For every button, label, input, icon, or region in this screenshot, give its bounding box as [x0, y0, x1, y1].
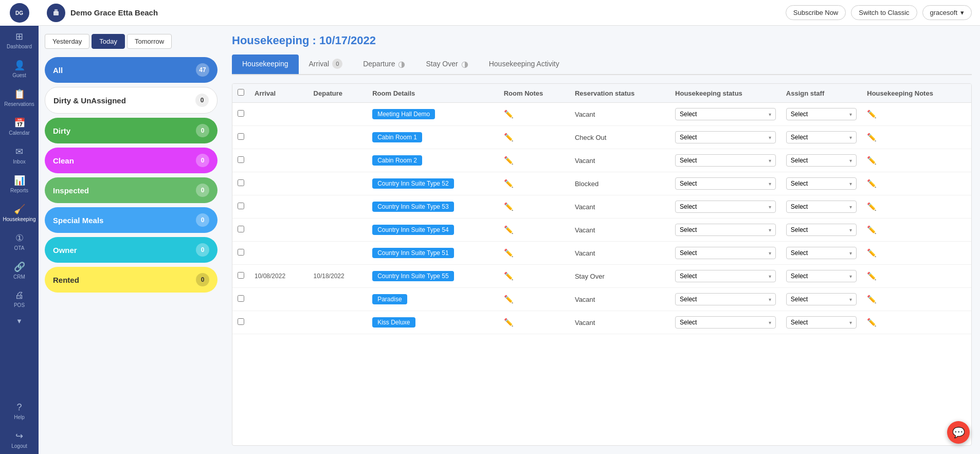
room-notes-edit-icon-2[interactable]: ✏️	[504, 156, 514, 165]
tab-stay-over[interactable]: Stay Over ◑	[415, 54, 478, 75]
tomorrow-button[interactable]: Tomorrow	[127, 34, 172, 49]
room-badge-2[interactable]: Cabin Room 2	[372, 155, 422, 166]
row-checkbox-4[interactable]	[238, 203, 244, 209]
assign-staff-select-7[interactable]: Select ▾	[786, 270, 857, 282]
chat-bubble-button[interactable]: 💬	[947, 421, 970, 444]
category-dirty-unassigned-label: Dirty & UnAssigned	[53, 96, 126, 105]
category-special-meals[interactable]: Special Meals 0	[45, 207, 217, 233]
row-checkbox-1[interactable]	[238, 133, 244, 140]
hk-notes-edit-icon-4[interactable]: ✏️	[867, 202, 877, 211]
row-checkbox-8[interactable]	[238, 295, 244, 302]
hk-status-select-6[interactable]: Select ▾	[675, 247, 776, 259]
row-checkbox-7[interactable]	[238, 272, 244, 279]
room-badge-6[interactable]: Country Inn Suite Type 51	[372, 248, 454, 258]
room-notes-edit-icon-8[interactable]: ✏️	[504, 295, 514, 303]
room-badge-5[interactable]: Country Inn Suite Type 54	[372, 225, 454, 235]
switch-to-classic-button[interactable]: Switch to Classic	[851, 5, 917, 20]
hk-status-select-2[interactable]: Select ▾	[675, 154, 776, 167]
row-checkbox-2[interactable]	[238, 156, 244, 163]
assign-staff-select-1[interactable]: Select ▾	[786, 131, 857, 143]
hk-status-select-0[interactable]: Select ▾	[675, 108, 776, 120]
hk-status-select-7[interactable]: Select ▾	[675, 270, 776, 282]
sidebar-item-pos[interactable]: 🖨 POS	[0, 285, 39, 313]
sidebar-item-guest[interactable]: 👤 Guest	[0, 55, 39, 83]
room-badge-3[interactable]: Country Inn Suite Type 52	[372, 178, 454, 189]
table-row: 10/08/2022 10/18/2022 Country Inn Suite …	[232, 265, 971, 288]
category-clean[interactable]: Clean 0	[45, 148, 217, 173]
row-checkbox-3[interactable]	[238, 179, 244, 186]
sidebar-item-reservations[interactable]: 📋 Reservations	[0, 83, 39, 112]
hk-status-select-8[interactable]: Select ▾	[675, 293, 776, 305]
room-badge-9[interactable]: Kiss Deluxe	[372, 317, 415, 328]
room-notes-edit-icon-4[interactable]: ✏️	[504, 202, 514, 211]
room-notes-edit-icon-1[interactable]: ✏️	[504, 133, 514, 141]
hk-notes-edit-icon-9[interactable]: ✏️	[867, 318, 877, 326]
tab-housekeeping[interactable]: Housekeeping	[232, 55, 299, 74]
sidebar-item-logout[interactable]: ↪ Logout	[0, 425, 39, 454]
hk-status-select-5[interactable]: Select ▾	[675, 224, 776, 236]
sidebar-item-ota[interactable]: ① OTA	[0, 227, 39, 256]
sidebar-item-reports[interactable]: 📊 Reports	[0, 170, 39, 198]
assign-staff-select-0[interactable]: Select ▾	[786, 108, 857, 120]
room-notes-edit-icon-9[interactable]: ✏️	[504, 318, 514, 326]
assign-staff-select-2[interactable]: Select ▾	[786, 154, 857, 167]
room-notes-edit-icon-7[interactable]: ✏️	[504, 271, 514, 280]
hk-notes-edit-icon-1[interactable]: ✏️	[867, 133, 877, 141]
sidebar-item-help[interactable]: ? Help	[0, 397, 39, 425]
hk-status-select-4[interactable]: Select ▾	[675, 201, 776, 213]
room-notes-edit-icon-6[interactable]: ✏️	[504, 248, 514, 257]
assign-staff-select-5[interactable]: Select ▾	[786, 224, 857, 236]
hk-notes-edit-icon-8[interactable]: ✏️	[867, 295, 877, 303]
row-checkbox-9[interactable]	[238, 318, 244, 325]
subscribe-now-button[interactable]: Subscribe Now	[786, 5, 846, 20]
row-hk-notes-4: ✏️	[862, 195, 971, 219]
assign-staff-arrow-icon: ▾	[849, 320, 852, 325]
sidebar-item-dashboard[interactable]: ⊞ Dashboard	[0, 26, 39, 55]
row-reservation-status-0: Vacant	[570, 103, 670, 126]
sidebar-item-inbox[interactable]: ✉ Inbox	[0, 141, 39, 170]
hk-status-select-1[interactable]: Select ▾	[675, 131, 776, 143]
assign-staff-select-3[interactable]: Select ▾	[786, 177, 857, 190]
row-checkbox-5[interactable]	[238, 226, 244, 232]
tab-arrival[interactable]: Arrival 0	[299, 53, 353, 75]
sidebar-item-calendar[interactable]: 📅 Calendar	[0, 112, 39, 141]
hk-notes-edit-icon-3[interactable]: ✏️	[867, 179, 877, 188]
assign-staff-select-6[interactable]: Select ▾	[786, 247, 857, 259]
hk-notes-edit-icon-0[interactable]: ✏️	[867, 110, 877, 118]
assign-staff-label-5: Select	[791, 226, 808, 233]
hk-status-select-3[interactable]: Select ▾	[675, 177, 776, 190]
hk-notes-edit-icon-5[interactable]: ✏️	[867, 225, 877, 234]
sidebar-item-crm[interactable]: 🔗 CRM	[0, 256, 39, 285]
room-badge-7[interactable]: Country Inn Suite Type 55	[372, 271, 454, 281]
hk-status-select-9[interactable]: Select ▾	[675, 316, 776, 329]
room-notes-edit-icon-3[interactable]: ✏️	[504, 179, 514, 188]
room-badge-8[interactable]: Paradise	[372, 294, 407, 304]
category-dirty[interactable]: Dirty 0	[45, 118, 217, 143]
user-dropdown[interactable]: gracesoft ▾	[922, 5, 972, 20]
category-rented[interactable]: Rented 0	[45, 267, 217, 293]
row-checkbox-6[interactable]	[238, 249, 244, 256]
room-notes-edit-icon-0[interactable]: ✏️	[504, 110, 514, 118]
room-badge-1[interactable]: Cabin Room 1	[372, 132, 422, 142]
room-badge-4[interactable]: Country Inn Suite Type 53	[372, 202, 454, 212]
category-inspected[interactable]: Inspected 0	[45, 177, 217, 203]
hk-notes-edit-icon-6[interactable]: ✏️	[867, 248, 877, 257]
today-button[interactable]: Today	[92, 34, 125, 49]
sidebar-item-housekeeping[interactable]: 🧹 Housekeeping	[0, 198, 39, 227]
tab-departure[interactable]: Departure ◑	[353, 54, 415, 75]
sidebar-expand-button[interactable]: ▼	[12, 313, 27, 329]
category-all[interactable]: All 47	[45, 57, 217, 83]
room-notes-edit-icon-5[interactable]: ✏️	[504, 225, 514, 234]
assign-staff-select-4[interactable]: Select ▾	[786, 201, 857, 213]
assign-staff-select-9[interactable]: Select ▾	[786, 316, 857, 329]
yesterday-button[interactable]: Yesterday	[45, 34, 89, 49]
category-owner[interactable]: Owner 0	[45, 237, 217, 263]
hk-notes-edit-icon-2[interactable]: ✏️	[867, 156, 877, 165]
row-checkbox-0[interactable]	[238, 110, 244, 117]
select-all-checkbox[interactable]	[238, 89, 244, 96]
tab-housekeeping-activity[interactable]: Housekeeping Activity	[479, 55, 570, 74]
assign-staff-select-8[interactable]: Select ▾	[786, 293, 857, 305]
category-dirty-unassigned[interactable]: Dirty & UnAssigned 0	[45, 87, 217, 114]
hk-notes-edit-icon-7[interactable]: ✏️	[867, 271, 877, 280]
room-badge-0[interactable]: Meeting Hall Demo	[372, 109, 435, 119]
